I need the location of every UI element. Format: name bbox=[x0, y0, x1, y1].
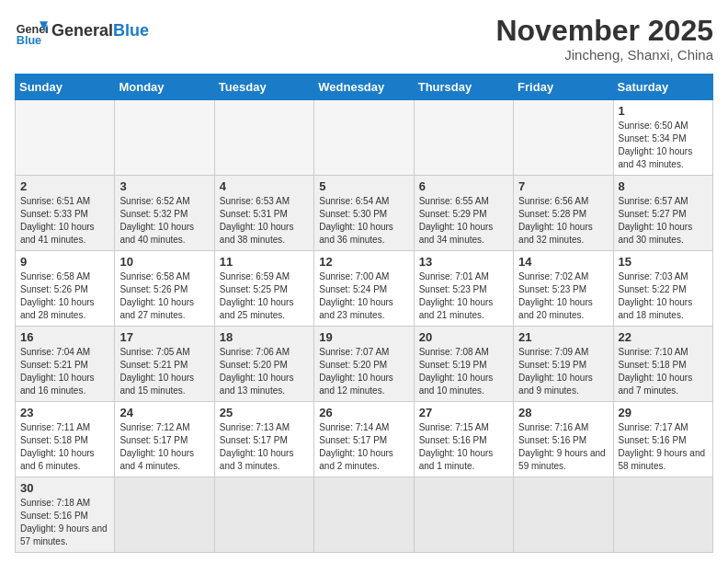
day-number: 10 bbox=[119, 255, 209, 269]
table-row: 2Sunrise: 6:51 AMSunset: 5:33 PMDaylight… bbox=[16, 176, 115, 251]
day-number: 24 bbox=[119, 406, 209, 419]
day-number: 16 bbox=[20, 330, 109, 344]
day-number: 2 bbox=[20, 179, 109, 193]
day-info: Sunrise: 7:11 AMSunset: 5:18 PMDaylight:… bbox=[20, 421, 109, 473]
day-info: Sunrise: 6:52 AMSunset: 5:32 PMDaylight:… bbox=[119, 195, 209, 247]
day-info: Sunrise: 7:12 AMSunset: 5:17 PMDaylight:… bbox=[119, 421, 209, 473]
calendar-week-row: 2Sunrise: 6:51 AMSunset: 5:33 PMDaylight… bbox=[16, 176, 713, 251]
day-info: Sunrise: 6:55 AMSunset: 5:29 PMDaylight:… bbox=[419, 195, 508, 247]
calendar-week-row: 23Sunrise: 7:11 AMSunset: 5:18 PMDayligh… bbox=[16, 402, 713, 477]
table-row: 5Sunrise: 6:54 AMSunset: 5:30 PMDaylight… bbox=[314, 176, 414, 251]
day-info: Sunrise: 7:06 AMSunset: 5:20 PMDaylight:… bbox=[220, 346, 309, 397]
day-info: Sunrise: 6:51 AMSunset: 5:33 PMDaylight:… bbox=[20, 195, 109, 247]
table-row bbox=[613, 477, 712, 553]
header-sunday: Sunday bbox=[16, 75, 115, 100]
title-block: November 2025 Jincheng, Shanxi, China bbox=[495, 15, 713, 63]
day-info: Sunrise: 7:04 AMSunset: 5:21 PMDaylight:… bbox=[20, 346, 109, 397]
day-number: 4 bbox=[220, 179, 309, 193]
logo-icon: General Blue bbox=[15, 15, 48, 48]
day-info: Sunrise: 6:57 AMSunset: 5:27 PMDaylight:… bbox=[619, 195, 708, 247]
day-number: 7 bbox=[518, 179, 608, 193]
day-number: 3 bbox=[119, 179, 209, 193]
logo: General Blue GeneralBlue bbox=[15, 15, 149, 48]
day-number: 30 bbox=[20, 481, 109, 495]
day-number: 21 bbox=[518, 330, 608, 344]
day-info: Sunrise: 7:15 AMSunset: 5:16 PMDaylight:… bbox=[419, 421, 508, 473]
table-row bbox=[214, 477, 313, 553]
day-info: Sunrise: 7:16 AMSunset: 5:16 PMDaylight:… bbox=[518, 421, 608, 473]
day-number: 23 bbox=[20, 406, 109, 419]
table-row bbox=[414, 477, 513, 553]
day-number: 5 bbox=[319, 179, 408, 193]
month-title: November 2025 bbox=[495, 15, 713, 47]
header-tuesday: Tuesday bbox=[214, 75, 313, 100]
calendar-week-row: 16Sunrise: 7:04 AMSunset: 5:21 PMDayligh… bbox=[16, 327, 713, 402]
day-info: Sunrise: 7:01 AMSunset: 5:23 PMDaylight:… bbox=[419, 270, 508, 322]
page-header: General Blue GeneralBlue November 2025 J… bbox=[15, 15, 713, 63]
header-monday: Monday bbox=[115, 75, 214, 100]
table-row: 26Sunrise: 7:14 AMSunset: 5:17 PMDayligh… bbox=[314, 402, 414, 477]
table-row: 24Sunrise: 7:12 AMSunset: 5:17 PMDayligh… bbox=[115, 402, 214, 477]
subtitle: Jincheng, Shanxi, China bbox=[495, 47, 713, 63]
day-info: Sunrise: 7:08 AMSunset: 5:19 PMDaylight:… bbox=[419, 346, 508, 397]
table-row bbox=[314, 100, 414, 176]
day-info: Sunrise: 6:50 AMSunset: 5:34 PMDaylight:… bbox=[619, 120, 708, 171]
calendar-week-row: 9Sunrise: 6:58 AMSunset: 5:26 PMDaylight… bbox=[16, 251, 713, 327]
table-row: 27Sunrise: 7:15 AMSunset: 5:16 PMDayligh… bbox=[414, 402, 513, 477]
table-row bbox=[414, 100, 513, 176]
table-row: 17Sunrise: 7:05 AMSunset: 5:21 PMDayligh… bbox=[115, 327, 214, 402]
day-info: Sunrise: 7:13 AMSunset: 5:17 PMDaylight:… bbox=[220, 421, 309, 473]
day-number: 9 bbox=[20, 255, 109, 269]
day-info: Sunrise: 7:07 AMSunset: 5:20 PMDaylight:… bbox=[319, 346, 408, 397]
day-number: 15 bbox=[619, 255, 708, 269]
table-row: 22Sunrise: 7:10 AMSunset: 5:18 PMDayligh… bbox=[613, 327, 712, 402]
table-row bbox=[115, 100, 214, 176]
table-row: 18Sunrise: 7:06 AMSunset: 5:20 PMDayligh… bbox=[214, 327, 313, 402]
day-info: Sunrise: 6:59 AMSunset: 5:25 PMDaylight:… bbox=[220, 270, 309, 322]
day-number: 17 bbox=[119, 330, 209, 344]
day-number: 22 bbox=[619, 330, 708, 344]
day-info: Sunrise: 7:02 AMSunset: 5:23 PMDaylight:… bbox=[518, 270, 608, 322]
day-number: 19 bbox=[319, 330, 408, 344]
day-info: Sunrise: 7:05 AMSunset: 5:21 PMDaylight:… bbox=[119, 346, 209, 397]
table-row: 7Sunrise: 6:56 AMSunset: 5:28 PMDaylight… bbox=[514, 176, 613, 251]
weekday-header-row: Sunday Monday Tuesday Wednesday Thursday… bbox=[16, 75, 713, 100]
table-row: 13Sunrise: 7:01 AMSunset: 5:23 PMDayligh… bbox=[414, 251, 513, 327]
day-info: Sunrise: 6:58 AMSunset: 5:26 PMDaylight:… bbox=[20, 270, 109, 322]
table-row: 11Sunrise: 6:59 AMSunset: 5:25 PMDayligh… bbox=[214, 251, 313, 327]
table-row: 3Sunrise: 6:52 AMSunset: 5:32 PMDaylight… bbox=[115, 176, 214, 251]
svg-text:Blue: Blue bbox=[17, 34, 41, 47]
day-info: Sunrise: 7:14 AMSunset: 5:17 PMDaylight:… bbox=[319, 421, 408, 473]
day-number: 6 bbox=[419, 179, 508, 193]
table-row: 16Sunrise: 7:04 AMSunset: 5:21 PMDayligh… bbox=[16, 327, 115, 402]
day-number: 18 bbox=[220, 330, 309, 344]
day-number: 27 bbox=[419, 406, 508, 419]
table-row: 4Sunrise: 6:53 AMSunset: 5:31 PMDaylight… bbox=[214, 176, 313, 251]
table-row: 29Sunrise: 7:17 AMSunset: 5:16 PMDayligh… bbox=[613, 402, 712, 477]
day-info: Sunrise: 6:54 AMSunset: 5:30 PMDaylight:… bbox=[319, 195, 408, 247]
day-number: 12 bbox=[319, 255, 408, 269]
day-number: 8 bbox=[619, 179, 708, 193]
header-saturday: Saturday bbox=[613, 75, 712, 100]
logo-text: GeneralBlue bbox=[51, 22, 149, 40]
day-number: 11 bbox=[220, 255, 309, 269]
table-row bbox=[115, 477, 214, 553]
day-number: 1 bbox=[619, 104, 708, 118]
table-row: 21Sunrise: 7:09 AMSunset: 5:19 PMDayligh… bbox=[514, 327, 613, 402]
day-info: Sunrise: 6:56 AMSunset: 5:28 PMDaylight:… bbox=[518, 195, 608, 247]
day-info: Sunrise: 7:09 AMSunset: 5:19 PMDaylight:… bbox=[518, 346, 608, 397]
day-number: 25 bbox=[220, 406, 309, 419]
header-thursday: Thursday bbox=[414, 75, 513, 100]
day-info: Sunrise: 6:53 AMSunset: 5:31 PMDaylight:… bbox=[220, 195, 309, 247]
table-row: 12Sunrise: 7:00 AMSunset: 5:24 PMDayligh… bbox=[314, 251, 414, 327]
table-row bbox=[314, 477, 414, 553]
day-info: Sunrise: 7:17 AMSunset: 5:16 PMDaylight:… bbox=[619, 421, 708, 473]
table-row: 10Sunrise: 6:58 AMSunset: 5:26 PMDayligh… bbox=[115, 251, 214, 327]
table-row: 1Sunrise: 6:50 AMSunset: 5:34 PMDaylight… bbox=[613, 100, 712, 176]
day-info: Sunrise: 7:00 AMSunset: 5:24 PMDaylight:… bbox=[319, 270, 408, 322]
calendar-week-row: 1Sunrise: 6:50 AMSunset: 5:34 PMDaylight… bbox=[16, 100, 713, 176]
table-row: 28Sunrise: 7:16 AMSunset: 5:16 PMDayligh… bbox=[514, 402, 613, 477]
day-info: Sunrise: 7:10 AMSunset: 5:18 PMDaylight:… bbox=[619, 346, 708, 397]
table-row: 30Sunrise: 7:18 AMSunset: 5:16 PMDayligh… bbox=[16, 477, 115, 553]
table-row bbox=[514, 477, 613, 553]
